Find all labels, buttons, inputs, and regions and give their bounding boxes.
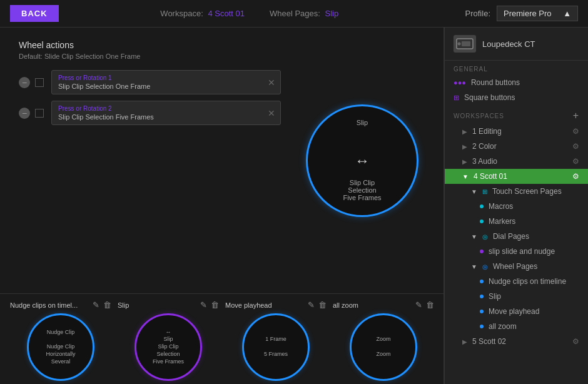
dial-item-nudge: Nudge clips on timel... ✎ 🗑 Nudge ClipNu… <box>10 300 118 378</box>
general-label: GENERAL <box>454 66 488 73</box>
remove-action-1-button[interactable]: − <box>19 77 30 88</box>
sidebar-item-w2[interactable]: ▶ 2 Color ⚙ <box>445 139 588 154</box>
sidebar-item-macros[interactable]: Macros <box>445 199 588 214</box>
back-button[interactable]: BACK <box>10 5 59 22</box>
w4-gear-icon[interactable]: ⚙ <box>572 172 579 181</box>
dial-move-delete-icon[interactable]: 🗑 <box>318 300 327 310</box>
sidebar-item-nudge-timeline[interactable]: Nudge clips on timeline <box>445 274 588 289</box>
action-card-2[interactable]: Press or Rotation 2 Slip Clip Selection … <box>51 101 281 125</box>
expand-w4-icon: ▼ <box>462 173 469 180</box>
w3-gear-icon[interactable]: ⚙ <box>572 157 579 166</box>
dial-slip-edit-icon[interactable]: ✎ <box>200 300 207 310</box>
sidebar-item-touch-screen-pages[interactable]: ▼ ⊞ Touch Screen Pages <box>445 184 588 199</box>
sidebar-item-all-zoom[interactable]: all zoom <box>445 319 588 334</box>
dial-slip-name: Slip <box>118 301 196 309</box>
dial-slip-circle[interactable]: ↔SlipSlip ClipSelectionFive Frames <box>134 313 202 381</box>
dial-zoom-circle[interactable]: ZoomZoom <box>350 313 417 381</box>
dial-nudge-delete-icon[interactable]: 🗑 <box>103 300 111 310</box>
top-bar-center: Workspace: 4 Scott 01 Wheel Pages: Slip <box>71 9 428 18</box>
wheel-actions-default: Default: Slide Clip Selection One Frame <box>19 53 281 60</box>
expand-w3-icon: ▶ <box>462 158 467 165</box>
dots-icon: ●●● <box>454 79 466 86</box>
w4-label: 4 Scott 01 <box>474 172 507 181</box>
next-arrow[interactable]: › <box>440 332 444 346</box>
sidebar-item-w1[interactable]: ▶ 1 Editing ⚙ <box>445 124 588 139</box>
w2-gear-icon[interactable]: ⚙ <box>572 142 579 151</box>
sidebar-item-dial-pages[interactable]: ▼ ◎ Dial Pages <box>445 229 588 244</box>
device-name: Loupedeck CT <box>482 39 535 49</box>
action-row-2: − Press or Rotation 2 Slip Clip Selectio… <box>19 101 281 125</box>
expand-wp-icon: ▼ <box>471 263 477 270</box>
remove-action-2-button[interactable]: − <box>19 108 30 119</box>
wheel-pages-icon: ◎ <box>482 263 488 270</box>
dial-nudge-edit-icon[interactable]: ✎ <box>93 300 99 310</box>
action-card-1[interactable]: Press or Rotation 1 Slip Clip Selection … <box>51 70 281 94</box>
device-icon <box>454 35 476 53</box>
workspaces-label: WORKSPACES <box>454 113 504 119</box>
dial-move-name: Move playhead <box>225 301 304 309</box>
sidebar-item-slip[interactable]: Slip <box>445 289 588 304</box>
w5-gear-icon[interactable]: ⚙ <box>572 337 579 346</box>
w1-gear-icon[interactable]: ⚙ <box>572 127 579 136</box>
sidebar-device-row: Loupedeck CT <box>445 28 588 61</box>
action-1-checkbox[interactable] <box>35 78 44 87</box>
dial-nudge-text: Nudge ClipNudge ClipHorizontallySeveral <box>43 326 78 368</box>
action-row-1: − Press or Rotation 1 Slip Clip Selectio… <box>19 70 281 94</box>
action-1-value: Slip Clip Selection One Frame <box>58 83 274 90</box>
sidebar-item-w5[interactable]: ▶ 5 Scott 02 ⚙ <box>445 334 588 349</box>
wheel-pages-label: Wheel Pages: Slip <box>270 9 338 18</box>
dial-slip-delete-icon[interactable]: 🗑 <box>211 300 219 310</box>
sidebar-item-w4[interactable]: ▼ 4 Scott 01 ⚙ <box>445 169 588 184</box>
dial-nudge-circle[interactable]: Nudge ClipNudge ClipHorizontallySeveral <box>27 313 94 381</box>
sidebar-item-wheel-pages[interactable]: ▼ ◎ Wheel Pages <box>445 259 588 274</box>
grid-icon: ⊞ <box>454 94 459 102</box>
add-workspace-button[interactable]: + <box>573 110 579 121</box>
markers-label: Markers <box>489 217 515 226</box>
dial-pages-icon: ◎ <box>482 233 488 240</box>
dial-slip-header: Slip ✎ 🗑 <box>118 300 219 310</box>
sidebar-item-markers[interactable]: Markers <box>445 214 588 229</box>
sidebar-item-slip-slide[interactable]: slip slide and nudge <box>445 244 588 259</box>
action-2-value: Slip Clip Selection Five Frames <box>58 113 274 121</box>
nudge-dot-icon <box>480 280 484 283</box>
touch-screen-pages-label: Touch Screen Pages <box>492 187 562 196</box>
sidebar-item-move-playhead[interactable]: Move playhead <box>445 304 588 319</box>
dial-move-circle[interactable]: 1 Frame5 Frames <box>242 313 310 381</box>
dial-move-edit-icon[interactable]: ✎ <box>308 300 315 310</box>
slip-dot-icon <box>480 295 484 298</box>
chevron-up-icon: ▲ <box>563 9 571 18</box>
nudge-clips-label: Nudge clips on timeline <box>489 277 566 286</box>
sidebar-item-w3[interactable]: ▶ 3 Audio ⚙ <box>445 154 588 169</box>
action-2-label: Press or Rotation 2 <box>58 105 274 112</box>
action-1-label: Press or Rotation 1 <box>58 74 274 81</box>
workspaces-section-header: WORKSPACES + <box>445 105 588 124</box>
sidebar-item-round-buttons[interactable]: ●●● Round buttons <box>445 75 588 90</box>
wheel-actions-title: Wheel actions <box>19 40 281 50</box>
dial-zoom-edit-icon[interactable]: ✎ <box>415 300 422 310</box>
workspace-value: 4 Scott 01 <box>208 9 245 18</box>
expand-dp-icon: ▼ <box>471 233 477 240</box>
expand-w2-icon: ▶ <box>462 143 467 150</box>
dial-item-move-playhead: Move playhead ✎ 🗑 1 Frame5 Frames <box>225 300 333 378</box>
dial-pages-label: Dial Pages <box>493 232 529 241</box>
action-1-close-icon[interactable]: ✕ <box>268 78 275 88</box>
dial-zoom-header: all zoom ✎ 🗑 <box>333 300 434 310</box>
wheel-actions-left: Wheel actions Default: Slide Clip Select… <box>19 40 281 281</box>
action-2-checkbox[interactable] <box>35 109 44 118</box>
wheel-actions-area: Wheel actions Default: Slide Clip Select… <box>0 28 444 293</box>
wheel-pages-label: Wheel Pages <box>493 262 537 271</box>
w1-label: 1 Editing <box>472 127 502 136</box>
macros-dot-icon <box>480 205 484 208</box>
dial-zoom-name: all zoom <box>333 301 412 309</box>
slip-slide-dot-icon <box>480 250 484 253</box>
action-2-close-icon[interactable]: ✕ <box>268 108 275 118</box>
workspace-label: Workspace: 4 Scott 01 <box>160 9 245 18</box>
sidebar-item-square-buttons[interactable]: ⊞ Square buttons <box>445 90 588 105</box>
all-zoom-dot-icon <box>480 325 484 328</box>
profile-select[interactable]: Premiere Pro ▲ <box>497 6 578 21</box>
dial-item-all-zoom: all zoom ✎ 🗑 ZoomZoom <box>333 300 440 378</box>
dial-zoom-delete-icon[interactable]: 🗑 <box>426 300 434 310</box>
top-bar: BACK Workspace: 4 Scott 01 Wheel Pages: … <box>0 0 588 28</box>
wheel-bottom-label: Slip Clip Selection Five Frames <box>343 179 381 201</box>
dial-zoom-text: ZoomZoom <box>373 333 393 360</box>
